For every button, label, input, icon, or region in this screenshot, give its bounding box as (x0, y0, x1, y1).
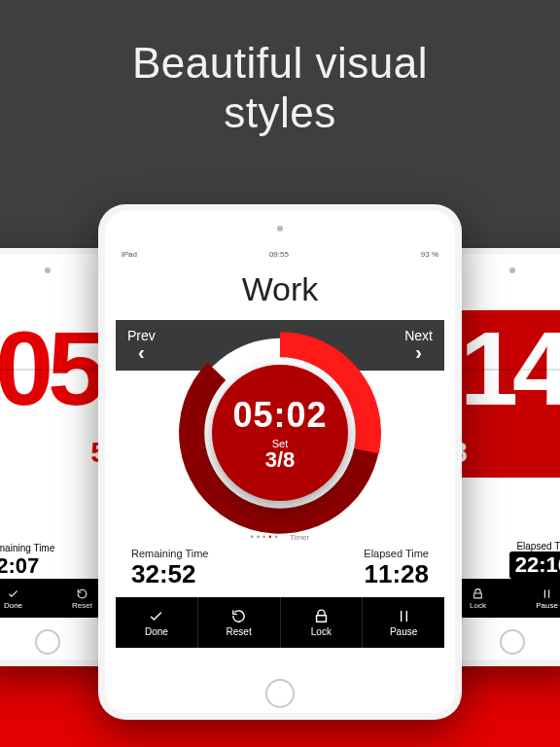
set-value: 3/8 (265, 449, 296, 471)
timer-value: 05:02 (232, 395, 327, 436)
battery: 93 % (421, 250, 438, 259)
headline-line-1: Beautiful visual (0, 39, 560, 89)
lock-icon (313, 608, 330, 624)
check-icon (7, 587, 19, 600)
pause-icon (541, 587, 553, 600)
headline: Beautiful visual styles (0, 39, 560, 137)
progress-ring: 05:02 Set 3/8 (116, 328, 444, 538)
bottom-toolbar: Done Reset Lock Pause (116, 597, 444, 648)
flip-digits: 14 (460, 316, 560, 421)
device-name: iPad (122, 250, 137, 259)
lock-button[interactable]: Lock (280, 597, 363, 648)
camera-icon (509, 267, 515, 273)
phase-title: Work (116, 270, 444, 308)
remaining-time-value: 32:52 (131, 559, 208, 589)
headline-line-2: styles (0, 89, 560, 138)
home-button[interactable] (35, 629, 60, 655)
camera-icon (45, 267, 51, 273)
remaining-time-value: 22:07 (0, 553, 111, 579)
status-time: 09:55 (269, 250, 289, 259)
elapsed-time-value: 22:16 (509, 551, 560, 579)
pause-icon (396, 608, 412, 624)
home-button[interactable] (500, 629, 525, 655)
pause-button[interactable]: Pause (512, 579, 560, 618)
elapsed-time-label: Elapsed Time (449, 541, 560, 551)
lock-icon (472, 587, 484, 600)
pause-button[interactable]: Pause (362, 597, 444, 648)
reset-icon (230, 608, 247, 624)
done-button[interactable]: Done (116, 597, 197, 648)
camera-icon (277, 226, 283, 231)
tablet-center: iPad 09:55 93 % Work Prev ‹ Next › (98, 204, 462, 720)
remaining-time-label: Remaining Time (0, 543, 111, 553)
home-button[interactable] (265, 679, 295, 708)
check-icon (148, 608, 164, 624)
timer-disc[interactable]: 05:02 Set 3/8 (212, 365, 348, 501)
flip-digits: 05 (0, 316, 100, 421)
remaining-time-label: Remaining Time (131, 548, 208, 559)
done-button[interactable]: Done (0, 579, 48, 618)
elapsed-time-label: Elapsed Time (364, 548, 429, 559)
elapsed-time-value: 11:28 (364, 559, 429, 589)
promo-stage: Beautiful visual styles ‹ W 05 5 Remaini… (0, 0, 560, 747)
status-bar: iPad 09:55 93 % (116, 247, 444, 261)
reset-icon (76, 587, 88, 600)
reset-button[interactable]: Reset (197, 597, 280, 648)
